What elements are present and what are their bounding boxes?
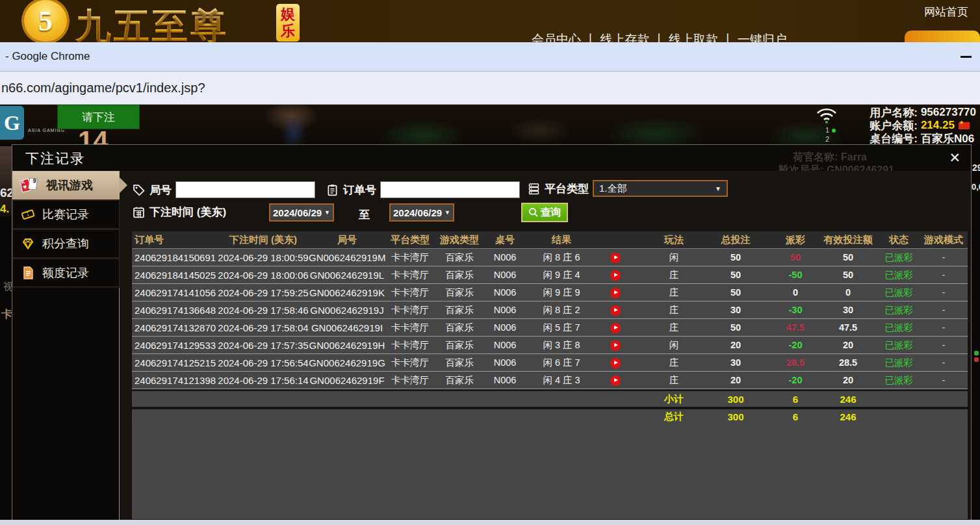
play-video-icon[interactable] (610, 288, 621, 298)
header-action-button[interactable] (905, 31, 980, 42)
sidebar-item-match-records[interactable]: 比赛记录 (12, 200, 120, 229)
diamond-icon (20, 236, 36, 251)
cell-valid-bet: 28.5 (818, 357, 878, 368)
cell-game-mode: - (920, 357, 968, 368)
cell-round-number: GN0062462919J (309, 305, 385, 316)
result-text: 闲 8 庄 2 (526, 304, 597, 316)
seat-2: 2 (825, 135, 829, 143)
order-input[interactable] (380, 181, 520, 198)
play-video-icon[interactable] (610, 253, 621, 263)
sidebar-item-quota-records[interactable]: 额度记录 (12, 259, 120, 287)
home-link[interactable]: 网站首页 (924, 5, 968, 19)
roadmap-fragment (974, 351, 979, 364)
chrome-titlebar: - Google Chrome (0, 42, 980, 71)
platform-filter: 平台类型 1.全部 ▼ (527, 180, 728, 197)
cell-bet-time: 2024-06-29 18:00:59 (218, 252, 309, 263)
playing-cards-icon: K♥ 9 (20, 177, 40, 194)
round-input[interactable] (175, 181, 315, 198)
cell-total-bet: 20 (699, 375, 773, 385)
site-header: 5 九五至尊 娱 乐 网站首页 会员中心 丨 线上存款 丨 线上取款 丨 一键归… (0, 0, 980, 42)
modal-content: 局号 订单号 (120, 171, 971, 520)
date-from-value: 2024/06/29 (273, 207, 322, 218)
cell-payout: -30 (773, 305, 818, 315)
live-game-strip: G ASIA GAMING 请下注 14 1 2 用户名称:956273770 … (0, 105, 980, 144)
platform-selected-value: 1.全部 (599, 183, 627, 195)
play-video-icon[interactable] (610, 376, 621, 386)
cell-total-bet: 20 (699, 340, 773, 350)
play-video-icon[interactable] (610, 358, 621, 368)
cell-result: 闲 5 庄 7 (526, 322, 649, 334)
table-row: 240629174136648 2024-06-29 17:58:46 GN00… (132, 301, 968, 319)
minimize-icon[interactable] (961, 56, 972, 58)
modal-body: K♥ 9 视讯游戏 比赛记录 (12, 171, 971, 520)
play-video-icon[interactable] (610, 270, 621, 281)
result-text: 闲 8 庄 6 (526, 251, 597, 264)
cell-status: 已派彩 (878, 357, 920, 369)
play-video-icon[interactable] (610, 305, 621, 316)
modal-sidebar: K♥ 9 视讯游戏 比赛记录 (12, 171, 120, 520)
sidebar-item-points-query[interactable]: 积分查询 (12, 229, 120, 258)
cell-game-mode: - (920, 375, 968, 385)
cell-status: 已派彩 (878, 322, 920, 334)
bet-records-modal: 下注记录 荷官名称: Farra 靴次局号: GN006246291 ✕ K♥ … (12, 144, 972, 520)
chrome-urlbar[interactable]: n66.com/agingame/pcv1/index.jsp? (0, 71, 980, 105)
subtotal-valid-bet: 246 (818, 394, 878, 405)
ghost-dealer-text: 荷官名称: Farra (793, 151, 867, 164)
table-id-value: 百家乐N06 (921, 131, 974, 145)
platform-select[interactable]: 1.全部 ▼ (593, 180, 728, 197)
result-text: 闲 4 庄 3 (526, 374, 597, 387)
cell-game-mode: - (920, 287, 968, 298)
sidebar-item-label: 视讯游戏 (46, 177, 93, 193)
table-row: 240629174125215 2024-06-29 17:56:54 GN00… (132, 354, 968, 372)
cell-total-bet: 50 (699, 322, 773, 333)
subtotal-row: 小计 300 6 246 (132, 389, 968, 407)
result-text: 闲 5 庄 7 (526, 322, 597, 334)
date-from-select[interactable]: 2024/06/29 ▼ (269, 203, 334, 222)
date-to-select[interactable]: 2024/06/29 ▼ (389, 203, 454, 222)
cell-table-number: N006 (484, 340, 526, 350)
cell-status: 已派彩 (878, 374, 920, 387)
modal-titlebar: 下注记录 荷官名称: Farra 靴次局号: GN006246291 ✕ (12, 145, 971, 171)
result-text: 闲 9 庄 9 (526, 287, 597, 299)
play-video-icon[interactable] (610, 323, 621, 333)
document-icon (20, 265, 36, 281)
result-text: 闲 6 庄 7 (526, 357, 597, 369)
url-text: n66.com/agingame/pcv1/index.jsp? (1, 81, 205, 96)
cell-game-type: 百家乐 (435, 304, 484, 316)
cell-round-number: GN0062462919L (309, 270, 385, 281)
query-button[interactable]: 查询 (521, 203, 568, 222)
bet-records-table: 订单号 下注时间 (美东) 局号 平台类型 游戏类型 桌号 结果 玩法 总投注 … (132, 231, 968, 519)
ticket-icon (20, 207, 36, 222)
cell-game-mode: - (920, 305, 968, 315)
cell-table-number: N006 (484, 270, 526, 280)
cell-bet-time: 2024-06-29 17:58:46 (218, 305, 309, 316)
play-video-icon[interactable] (610, 340, 621, 351)
to-label: 至 (359, 207, 370, 222)
cell-game-type: 百家乐 (435, 287, 484, 299)
cell-status: 已派彩 (878, 339, 920, 352)
cell-game-type: 百家乐 (435, 374, 484, 387)
grand-total-total-bet: 300 (699, 411, 773, 422)
subtotal-label: 小计 (649, 393, 699, 405)
modal-title: 下注记录 (25, 149, 85, 168)
cell-round-number: GN0062462919M (309, 252, 385, 263)
col-header: 局号 (309, 234, 385, 246)
cell-valid-bet: 20 (818, 375, 878, 385)
cell-payout: -20 (773, 340, 818, 350)
cell-result: 闲 9 庄 4 (526, 269, 649, 281)
sidebar-item-video-games[interactable]: K♥ 9 视讯游戏 (12, 171, 120, 199)
cell-valid-bet: 50 (818, 252, 878, 262)
cell-valid-bet: 0 (818, 287, 878, 298)
cell-play-type: 庄 (649, 357, 699, 369)
bg-fragment: 视 (3, 281, 12, 293)
chevron-down-icon: ▼ (324, 209, 330, 216)
order-filter: 订单号 (326, 181, 520, 198)
cell-order-number: 240629174132870 (132, 322, 218, 333)
cell-platform: 卡卡湾厅 (385, 322, 435, 334)
logo-coin-number: 5 (38, 5, 53, 38)
member-nav[interactable]: 会员中心 丨 线上存款 丨 线上取款 丨 一键归户 (532, 31, 787, 42)
seat-1: 1 (825, 126, 829, 134)
table-row: 240629174121398 2024-06-29 17:56:14 GN00… (132, 372, 968, 389)
table-row: 240629184150691 2024-06-29 18:00:59 GN00… (132, 249, 968, 266)
close-icon[interactable]: ✕ (949, 150, 961, 166)
